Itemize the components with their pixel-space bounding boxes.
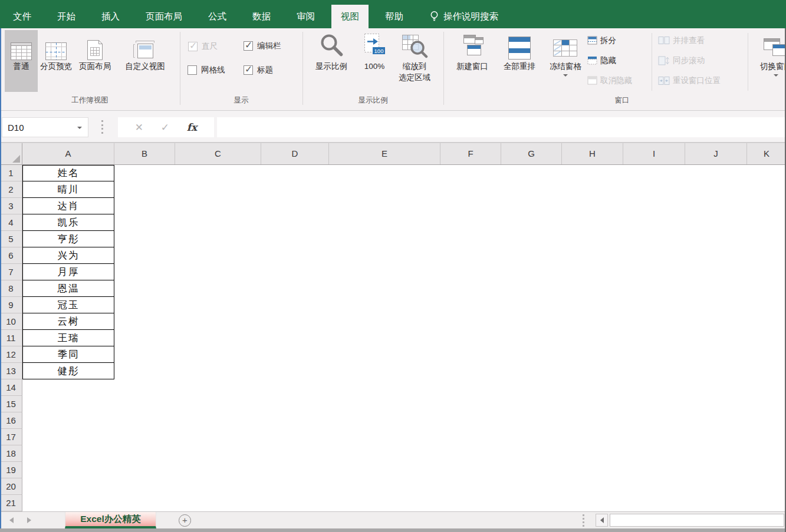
freeze-panes-button[interactable]: 冻结窗格 [542,30,588,92]
column-header-I[interactable]: I [623,143,685,164]
name-box-dropdown-caret[interactable] [77,127,82,129]
page-break-preview-button[interactable]: 分页预览 [40,30,72,92]
row-header-11[interactable]: 11 [0,330,22,346]
row-header-7[interactable]: 7 [0,264,22,280]
column-header-E[interactable]: E [329,143,440,164]
row-header-12[interactable]: 12 [0,346,22,363]
unhide-button[interactable]: 取消隐藏 [587,74,632,88]
row-header-15[interactable]: 15 [0,396,22,412]
cell-A10[interactable]: 云树 [22,313,114,330]
cell-A8[interactable]: 恩温 [22,280,114,297]
formula-input[interactable] [217,117,785,137]
ribbon-tab-help[interactable]: 帮助 [376,5,413,28]
sheet-nav-right-icon[interactable] [27,517,31,523]
ribbon-tab-review[interactable]: 审阅 [287,5,324,28]
cell-A13[interactable]: 健彤 [22,363,114,379]
ribbon-tab-data[interactable]: 数据 [243,5,280,28]
cell-A15[interactable] [22,396,114,412]
cell-A7[interactable]: 月厚 [22,264,114,280]
row-header-1[interactable]: 1 [0,165,22,181]
zoom-100-button[interactable]: 100 100% [359,30,390,92]
row-header-13[interactable]: 13 [0,363,22,379]
ribbon-tab-formulas[interactable]: 公式 [199,5,236,28]
headings-checkbox[interactable]: 标题 [244,65,273,75]
custom-views-button[interactable]: 自定义视图 [118,30,172,92]
column-header-B[interactable]: B [114,143,175,164]
row-header-20[interactable]: 20 [0,478,22,495]
switch-windows-dropdown-caret[interactable] [774,74,778,77]
sheet-nav-left-icon[interactable] [9,517,14,523]
row-header-21[interactable]: 21 [0,495,22,511]
ribbon-tab-insert[interactable]: 插入 [92,5,129,28]
cell-A1[interactable]: 姓名 [22,165,114,181]
cell-A14[interactable] [22,379,114,396]
column-header-F[interactable]: F [440,143,501,164]
ribbon-tab-home[interactable]: 开始 [48,5,85,28]
cell-A18[interactable] [22,445,114,462]
cell-A5[interactable]: 亨彤 [22,231,114,247]
cell-A17[interactable] [22,429,114,445]
split-button[interactable]: 拆分 [587,34,616,48]
formula-bar-checkbox[interactable]: 编辑栏 [244,41,281,51]
cell-A4[interactable]: 凯乐 [22,214,114,231]
normal-view-button[interactable]: 普通 [5,30,38,92]
column-header-C[interactable]: C [175,143,261,164]
column-header-K[interactable]: K [747,143,786,164]
scrollbar-splitter[interactable] [583,514,584,527]
cell-A21[interactable] [22,495,114,511]
cell-A19[interactable] [22,462,114,478]
zoom-button[interactable]: 显示比例 [305,30,357,92]
hide-button[interactable]: 隐藏 [587,54,616,68]
column-header-H[interactable]: H [562,143,623,164]
ruler-checkbox[interactable]: 直尺 [188,41,218,52]
row-header-4[interactable]: 4 [0,214,22,231]
row-header-19[interactable]: 19 [0,462,22,478]
zoom-to-selection-button[interactable]: 缩放到 选定区域 [392,30,438,92]
gridlines-checkbox[interactable]: 网格线 [188,65,225,75]
row-header-10[interactable]: 10 [0,313,22,330]
ribbon-tab-view[interactable]: 视图 [331,5,369,28]
formula-bar-splitter[interactable] [101,120,103,134]
sync-scroll-button[interactable]: 同步滚动 [658,54,705,68]
hscroll-left-button[interactable] [596,514,608,527]
insert-function-button[interactable]: fx [187,121,197,133]
cancel-button[interactable]: ✕ [135,121,143,134]
row-header-18[interactable]: 18 [0,445,22,462]
column-header-D[interactable]: D [261,143,329,164]
row-header-14[interactable]: 14 [0,379,22,396]
row-header-8[interactable]: 8 [0,280,22,297]
cell-A3[interactable]: 达肖 [22,198,114,214]
row-header-5[interactable]: 5 [0,231,22,247]
name-box[interactable]: D10 [2,117,88,137]
select-all-corner[interactable] [0,143,22,164]
view-side-by-side-button[interactable]: 并排查看 [658,34,705,48]
freeze-panes-dropdown-caret[interactable] [563,74,568,77]
row-header-2[interactable]: 2 [0,181,22,198]
cell-A12[interactable]: 季同 [22,346,114,363]
enter-button[interactable]: ✓ [161,121,169,134]
row-header-17[interactable]: 17 [0,429,22,445]
ribbon-tab-file[interactable]: 文件 [4,5,41,28]
add-sheet-button[interactable]: + [179,514,191,527]
cell-A9[interactable]: 冠玉 [22,297,114,313]
ribbon-tab-page-layout[interactable]: 页面布局 [136,5,192,28]
new-window-button[interactable]: 新建窗口 [448,30,496,92]
cell-A16[interactable] [22,412,114,429]
column-header-A[interactable]: A [22,143,114,164]
column-header-J[interactable]: J [685,143,747,164]
cell-A2[interactable]: 晴川 [22,181,114,198]
row-header-9[interactable]: 9 [0,297,22,313]
cell-A20[interactable] [22,478,114,495]
switch-windows-button[interactable]: 切换窗口 [751,30,786,92]
reset-window-position-button[interactable]: 重设窗口位置 [658,74,721,88]
row-header-6[interactable]: 6 [0,247,22,264]
page-layout-view-button[interactable]: 页面布局 [73,30,117,92]
column-header-G[interactable]: G [501,143,562,164]
sheet-tab-active[interactable]: Excel办公精英 [65,512,156,528]
cell-A6[interactable]: 兴为 [22,247,114,264]
cell-A11[interactable]: 王瑞 [22,330,114,346]
row-header-3[interactable]: 3 [0,198,22,214]
ribbon-tab-tell-me[interactable]: 操作说明搜索 [420,5,508,28]
arrange-all-button[interactable]: 全部重排 [496,30,542,92]
hscroll-thumb[interactable] [610,514,784,527]
